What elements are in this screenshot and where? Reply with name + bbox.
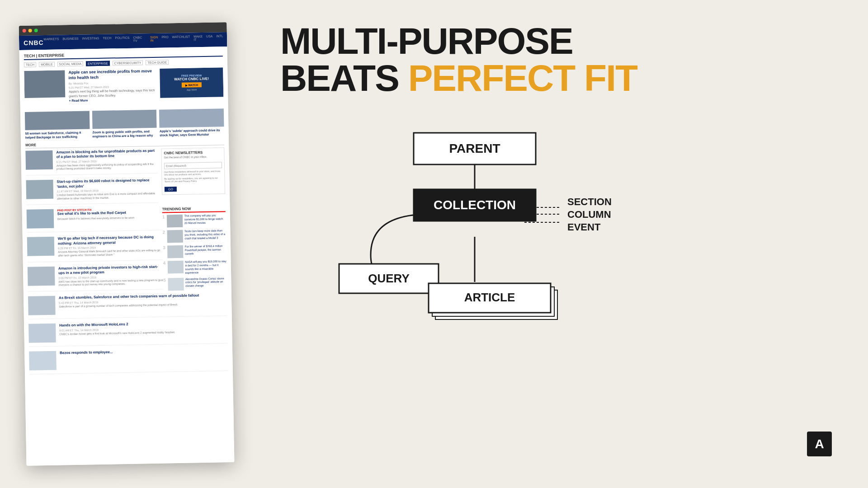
tab-guide: TECH GUIDE [146, 60, 169, 65]
nav-cnbctv: CNBC TV [133, 36, 142, 46]
article-headline-1: Amazon is blocking ads for unprofitable … [56, 149, 157, 160]
collection-label: COLLECTION [434, 198, 516, 212]
tab-tech: TECH [24, 62, 36, 67]
article-label: ARTICLE [464, 291, 515, 304]
tab-cyber: CYBERSECURITY [113, 60, 143, 66]
article-row-4: We'll go after big tech if necessary bec… [27, 235, 163, 263]
more-section: MORE CNBC NEWSLETTERS Get the best of CN… [25, 140, 228, 375]
article-body-7: CNBC's Jordan Novet gets a first look at… [59, 331, 175, 336]
newsletter-consent: Get these newsletters delivered to your … [164, 169, 222, 176]
article-row-5: Amazon is introducing private investors … [28, 264, 164, 292]
article-row-6: As Brexit stumbles, Salesforce and other… [28, 293, 227, 319]
article-img-7 [28, 324, 56, 343]
article-img-8 [29, 351, 57, 371]
trending-img-1 [166, 215, 182, 228]
trending-text-3: For the winner of $768.4 million Powerba… [185, 245, 226, 258]
parent-label: PARENT [449, 141, 500, 155]
small-card-text-1: 50 women sue Salesforce, claiming it hel… [25, 130, 90, 140]
more-label: MORE [25, 140, 224, 149]
article-img-3 [27, 209, 54, 229]
article-text-4: We'll go after big tech if necessary bec… [58, 235, 163, 258]
article-body-1: Amazon has been more aggressively enforc… [57, 162, 158, 171]
logo-letter: A [815, 437, 824, 451]
tab-social: SOCIAL MEDIA [57, 61, 83, 67]
newsletter-body: Get the best of CNBC in your inbox. [164, 155, 222, 159]
article-text-5: Amazon is introducing private investors … [58, 264, 164, 287]
trending-text-5: Alexandria Ocasio-Cortez slams critics f… [185, 277, 227, 291]
article-row-3: PAID POST BY STITCH FIX See what it's li… [27, 207, 163, 233]
article-body-4: Arizona Attorney General Mark Brnovich s… [58, 249, 163, 258]
article-text-2: Start-up claims its $6,600 robot is desi… [57, 178, 158, 201]
column-label: COLUMN [567, 209, 611, 220]
cnbc-nav: MARKETS BUSINESS INVESTING TECH POLITICS… [43, 34, 234, 48]
trending-img-3 [167, 245, 183, 258]
nav-pro: PRO [161, 35, 169, 45]
query-label: QUERY [368, 272, 410, 285]
article-headline-3: See what it's like to walk the Red Carpe… [57, 211, 134, 216]
hero-text: Apple can see incredible profits from mo… [68, 69, 156, 103]
trending-item-5: 5 Alexandria Ocasio-Cortez slams critics… [163, 277, 226, 291]
newsletter-button[interactable]: GO [165, 187, 177, 192]
nav-investing: INVESTING [82, 37, 99, 47]
headline-perfect-fit: PERFECT FIT [408, 57, 637, 99]
nav-intl: INTL [216, 34, 223, 44]
article-text-6: As Brexit stumbles, Salesforce and other… [59, 293, 199, 314]
trending-num-4: 4 [163, 261, 166, 266]
browser-dot-green [34, 28, 38, 32]
section-label: SECTION [567, 196, 612, 207]
article-img-6 [28, 296, 56, 315]
small-card-3: Apple's 'subtle' approach could drive it… [159, 108, 224, 137]
nav-politics: POLITICS [115, 36, 129, 47]
trending-title: TRENDING NOW [162, 206, 226, 213]
left-panel: CNBC MARKETS BUSINESS INVESTING TECH POL… [0, 0, 253, 488]
trending-text-4: NASA will pay you $19,000 to stay in bed… [185, 260, 226, 275]
trending-num-1: 1 [162, 215, 165, 220]
article-img-2 [26, 180, 54, 199]
article-headline-8: Bezos responds to employee... [60, 350, 113, 356]
headline: MULTI-PURPOSE BEATS PERFECT FIT [280, 23, 841, 97]
article-headline-2: Start-up claims its $6,600 robot is desi… [57, 178, 158, 189]
nav-markets: MARKETS [43, 38, 59, 48]
article-headline-5: Amazon is introducing private investors … [58, 264, 163, 276]
article-row-8: Bezos responds to employee... [29, 348, 228, 375]
article-text-7: Hands on with the Microsoft HoloLens 2 9… [59, 321, 175, 342]
diagram-container: PARENT COLLECTION QUERY ARTICLE SECTION … [280, 110, 841, 465]
article-text-8: Bezos responds to employee... [60, 350, 113, 370]
trending-section: TRENDING NOW 1 This company will pay you… [162, 206, 227, 294]
nav-tech: TECH [103, 37, 111, 47]
article-img-4 [27, 237, 55, 256]
headline-line1: MULTI-PURPOSE [280, 23, 841, 60]
article-body-5: AWS has close ties to the start-up commu… [58, 278, 163, 287]
trending-item-4: 4 NASA will pay you $19,000 to stay in b… [163, 260, 227, 276]
article-row-2: Start-up claims its $6,600 robot is desi… [26, 178, 159, 205]
browser-mockup: CNBC MARKETS BUSINESS INVESTING TECH POL… [19, 22, 235, 466]
nav-usa: USA [206, 35, 213, 45]
article-row-7: Hands on with the Microsoft HoloLens 2 9… [28, 320, 228, 347]
tab-enterprise: ENTERPRISE [86, 61, 110, 66]
small-card-img-1 [25, 111, 90, 130]
small-articles: 50 women sue Salesforce, claiming it hel… [25, 108, 224, 140]
newsletter-box: CNBC NEWSLETTERS Get the best of CNBC in… [161, 147, 225, 195]
newsletter-terms: By signing up for newsletters, you are a… [164, 176, 222, 183]
headline-beats: BEATS [280, 57, 399, 99]
small-card-text-3: Apple's 'subtle' approach could drive it… [160, 128, 224, 137]
cnbc-logo: CNBC [24, 39, 44, 47]
nav-makeit: MAKE IT [193, 35, 203, 45]
browser-dot-red [23, 29, 26, 33]
trending-img-4 [167, 261, 183, 274]
newsletter-input[interactable] [164, 162, 222, 169]
trending-num-3: 3 [163, 246, 165, 250]
hero-article: Apple can see incredible profits from mo… [24, 69, 156, 104]
hero-headline: Apple can see incredible profits from mo… [68, 69, 156, 81]
article-row-1: Amazon is blocking ads for unprofitable … [25, 149, 158, 176]
ad-button: ▶ WATCH [182, 82, 202, 88]
trending-img-2 [167, 230, 183, 243]
right-panel: MULTI-PURPOSE BEATS PERFECT FIT [253, 0, 868, 488]
trending-num-5: 5 [163, 278, 166, 282]
article-headline-4: We'll go after big tech if necessary bec… [58, 235, 163, 246]
trending-img-5 [168, 277, 184, 291]
newsletter-title: CNBC NEWSLETTERS [164, 150, 222, 155]
nav-signin: SIGN IN [150, 36, 158, 46]
small-card-img-3 [159, 108, 224, 127]
tabs-row: TECH MOBILE SOCIAL MEDIA ENTERPRISE CYBE… [24, 59, 223, 67]
